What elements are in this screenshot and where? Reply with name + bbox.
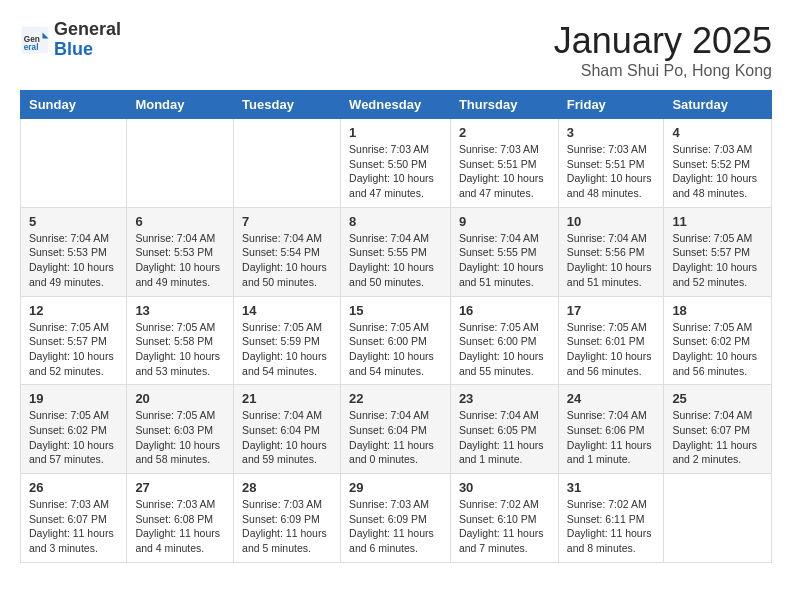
calendar-cell <box>21 119 127 208</box>
cell-content: Sunrise: 7:03 AM Sunset: 5:51 PM Dayligh… <box>567 142 656 201</box>
day-header-sunday: Sunday <box>21 91 127 119</box>
calendar-cell: 27Sunrise: 7:03 AM Sunset: 6:08 PM Dayli… <box>127 474 234 563</box>
calendar-cell: 24Sunrise: 7:04 AM Sunset: 6:06 PM Dayli… <box>558 385 664 474</box>
day-number: 17 <box>567 303 656 318</box>
day-number: 7 <box>242 214 332 229</box>
cell-content: Sunrise: 7:03 AM Sunset: 6:09 PM Dayligh… <box>242 497 332 556</box>
calendar-cell: 25Sunrise: 7:04 AM Sunset: 6:07 PM Dayli… <box>664 385 772 474</box>
cell-content: Sunrise: 7:05 AM Sunset: 5:58 PM Dayligh… <box>135 320 225 379</box>
cell-content: Sunrise: 7:05 AM Sunset: 6:00 PM Dayligh… <box>349 320 442 379</box>
day-number: 8 <box>349 214 442 229</box>
day-number: 25 <box>672 391 763 406</box>
cell-content: Sunrise: 7:05 AM Sunset: 6:02 PM Dayligh… <box>29 408 118 467</box>
calendar-cell: 23Sunrise: 7:04 AM Sunset: 6:05 PM Dayli… <box>450 385 558 474</box>
cell-content: Sunrise: 7:02 AM Sunset: 6:10 PM Dayligh… <box>459 497 550 556</box>
day-number: 9 <box>459 214 550 229</box>
calendar-cell: 30Sunrise: 7:02 AM Sunset: 6:10 PM Dayli… <box>450 474 558 563</box>
day-number: 16 <box>459 303 550 318</box>
cell-content: Sunrise: 7:04 AM Sunset: 6:04 PM Dayligh… <box>349 408 442 467</box>
day-number: 23 <box>459 391 550 406</box>
day-header-thursday: Thursday <box>450 91 558 119</box>
cell-content: Sunrise: 7:03 AM Sunset: 6:09 PM Dayligh… <box>349 497 442 556</box>
logo-general: General <box>54 20 121 40</box>
days-header-row: SundayMondayTuesdayWednesdayThursdayFrid… <box>21 91 772 119</box>
day-header-saturday: Saturday <box>664 91 772 119</box>
day-number: 27 <box>135 480 225 495</box>
cell-content: Sunrise: 7:05 AM Sunset: 6:03 PM Dayligh… <box>135 408 225 467</box>
cell-content: Sunrise: 7:04 AM Sunset: 5:56 PM Dayligh… <box>567 231 656 290</box>
calendar-cell: 5Sunrise: 7:04 AM Sunset: 5:53 PM Daylig… <box>21 207 127 296</box>
calendar-cell: 29Sunrise: 7:03 AM Sunset: 6:09 PM Dayli… <box>341 474 451 563</box>
cell-content: Sunrise: 7:03 AM Sunset: 5:51 PM Dayligh… <box>459 142 550 201</box>
day-number: 3 <box>567 125 656 140</box>
cell-content: Sunrise: 7:03 AM Sunset: 6:07 PM Dayligh… <box>29 497 118 556</box>
day-number: 1 <box>349 125 442 140</box>
calendar-cell: 9Sunrise: 7:04 AM Sunset: 5:55 PM Daylig… <box>450 207 558 296</box>
day-number: 15 <box>349 303 442 318</box>
cell-content: Sunrise: 7:03 AM Sunset: 6:08 PM Dayligh… <box>135 497 225 556</box>
calendar-cell: 7Sunrise: 7:04 AM Sunset: 5:54 PM Daylig… <box>234 207 341 296</box>
day-number: 21 <box>242 391 332 406</box>
cell-content: Sunrise: 7:04 AM Sunset: 5:53 PM Dayligh… <box>135 231 225 290</box>
day-number: 29 <box>349 480 442 495</box>
day-number: 24 <box>567 391 656 406</box>
day-number: 10 <box>567 214 656 229</box>
calendar-cell: 16Sunrise: 7:05 AM Sunset: 6:00 PM Dayli… <box>450 296 558 385</box>
day-number: 11 <box>672 214 763 229</box>
day-number: 14 <box>242 303 332 318</box>
cell-content: Sunrise: 7:04 AM Sunset: 6:06 PM Dayligh… <box>567 408 656 467</box>
calendar-cell <box>664 474 772 563</box>
week-row-4: 19Sunrise: 7:05 AM Sunset: 6:02 PM Dayli… <box>21 385 772 474</box>
day-header-tuesday: Tuesday <box>234 91 341 119</box>
logo-text: General Blue <box>54 20 121 60</box>
page-header: Gen eral General Blue January 2025 Sham … <box>20 20 772 80</box>
calendar-cell <box>234 119 341 208</box>
day-number: 22 <box>349 391 442 406</box>
cell-content: Sunrise: 7:03 AM Sunset: 5:50 PM Dayligh… <box>349 142 442 201</box>
day-number: 18 <box>672 303 763 318</box>
calendar-cell: 8Sunrise: 7:04 AM Sunset: 5:55 PM Daylig… <box>341 207 451 296</box>
day-number: 6 <box>135 214 225 229</box>
calendar-cell: 15Sunrise: 7:05 AM Sunset: 6:00 PM Dayli… <box>341 296 451 385</box>
calendar-cell: 20Sunrise: 7:05 AM Sunset: 6:03 PM Dayli… <box>127 385 234 474</box>
calendar-cell: 1Sunrise: 7:03 AM Sunset: 5:50 PM Daylig… <box>341 119 451 208</box>
calendar-cell: 17Sunrise: 7:05 AM Sunset: 6:01 PM Dayli… <box>558 296 664 385</box>
cell-content: Sunrise: 7:04 AM Sunset: 5:53 PM Dayligh… <box>29 231 118 290</box>
calendar-cell: 13Sunrise: 7:05 AM Sunset: 5:58 PM Dayli… <box>127 296 234 385</box>
calendar-cell: 4Sunrise: 7:03 AM Sunset: 5:52 PM Daylig… <box>664 119 772 208</box>
cell-content: Sunrise: 7:05 AM Sunset: 5:59 PM Dayligh… <box>242 320 332 379</box>
day-number: 26 <box>29 480 118 495</box>
calendar-cell: 22Sunrise: 7:04 AM Sunset: 6:04 PM Dayli… <box>341 385 451 474</box>
location: Sham Shui Po, Hong Kong <box>554 62 772 80</box>
calendar-cell: 26Sunrise: 7:03 AM Sunset: 6:07 PM Dayli… <box>21 474 127 563</box>
logo-icon: Gen eral <box>20 25 50 55</box>
cell-content: Sunrise: 7:04 AM Sunset: 6:05 PM Dayligh… <box>459 408 550 467</box>
day-header-wednesday: Wednesday <box>341 91 451 119</box>
logo-blue: Blue <box>54 40 121 60</box>
cell-content: Sunrise: 7:03 AM Sunset: 5:52 PM Dayligh… <box>672 142 763 201</box>
week-row-5: 26Sunrise: 7:03 AM Sunset: 6:07 PM Dayli… <box>21 474 772 563</box>
cell-content: Sunrise: 7:04 AM Sunset: 6:04 PM Dayligh… <box>242 408 332 467</box>
calendar-cell <box>127 119 234 208</box>
calendar-cell: 3Sunrise: 7:03 AM Sunset: 5:51 PM Daylig… <box>558 119 664 208</box>
day-number: 20 <box>135 391 225 406</box>
day-number: 28 <box>242 480 332 495</box>
calendar-cell: 12Sunrise: 7:05 AM Sunset: 5:57 PM Dayli… <box>21 296 127 385</box>
day-number: 30 <box>459 480 550 495</box>
cell-content: Sunrise: 7:05 AM Sunset: 5:57 PM Dayligh… <box>672 231 763 290</box>
title-area: January 2025 Sham Shui Po, Hong Kong <box>554 20 772 80</box>
logo: Gen eral General Blue <box>20 20 121 60</box>
cell-content: Sunrise: 7:04 AM Sunset: 5:55 PM Dayligh… <box>349 231 442 290</box>
calendar-cell: 10Sunrise: 7:04 AM Sunset: 5:56 PM Dayli… <box>558 207 664 296</box>
cell-content: Sunrise: 7:05 AM Sunset: 6:00 PM Dayligh… <box>459 320 550 379</box>
calendar-cell: 28Sunrise: 7:03 AM Sunset: 6:09 PM Dayli… <box>234 474 341 563</box>
calendar-cell: 14Sunrise: 7:05 AM Sunset: 5:59 PM Dayli… <box>234 296 341 385</box>
calendar-cell: 6Sunrise: 7:04 AM Sunset: 5:53 PM Daylig… <box>127 207 234 296</box>
day-number: 12 <box>29 303 118 318</box>
cell-content: Sunrise: 7:05 AM Sunset: 5:57 PM Dayligh… <box>29 320 118 379</box>
day-number: 19 <box>29 391 118 406</box>
cell-content: Sunrise: 7:04 AM Sunset: 6:07 PM Dayligh… <box>672 408 763 467</box>
day-number: 5 <box>29 214 118 229</box>
day-number: 2 <box>459 125 550 140</box>
week-row-2: 5Sunrise: 7:04 AM Sunset: 5:53 PM Daylig… <box>21 207 772 296</box>
